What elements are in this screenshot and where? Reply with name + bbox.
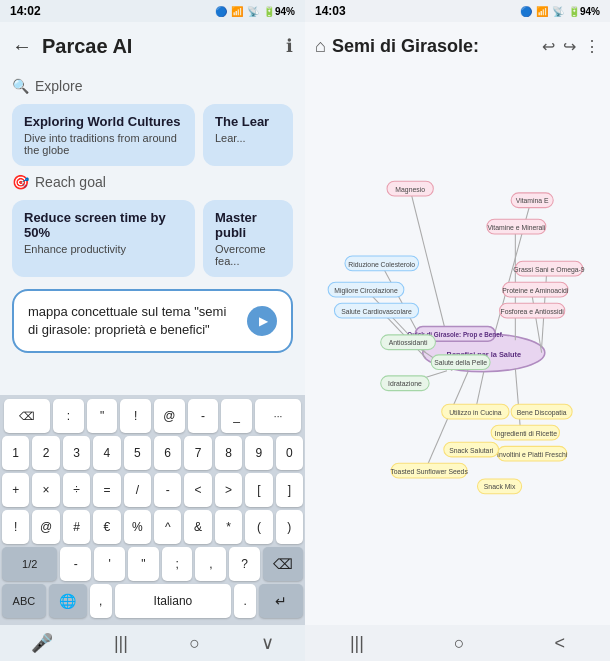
mind-map-svg: Benefici per la Salute — [305, 70, 610, 625]
home-icon-right[interactable]: ⌂ — [315, 36, 326, 57]
key-9[interactable]: 9 — [245, 436, 272, 470]
recent-apps-icon-right[interactable]: ||| — [350, 633, 364, 654]
keyboard-bottom-row: 1/2 - ' " ; , ? ⌫ — [2, 547, 303, 581]
key-comma2[interactable]: , — [195, 547, 226, 581]
key-rparen[interactable]: ) — [276, 510, 303, 544]
back-button[interactable]: ← — [12, 35, 32, 58]
key-caret[interactable]: ^ — [154, 510, 181, 544]
key-5[interactable]: 5 — [124, 436, 151, 470]
key-globe[interactable]: 🌐 — [49, 584, 87, 618]
key-12[interactable]: 1/2 — [2, 547, 57, 581]
key-comma3[interactable]: , — [90, 584, 112, 618]
svg-text:Grassi Sani e Omega-9: Grassi Sani e Omega-9 — [513, 266, 585, 274]
key-plus[interactable]: + — [2, 473, 29, 507]
key-enter[interactable]: ↵ — [259, 584, 303, 618]
mind-map-area[interactable]: Benefici per la Salute — [305, 70, 610, 625]
key-div[interactable]: ÷ — [63, 473, 90, 507]
key-at[interactable]: @ — [154, 399, 185, 433]
explore-card-1-title: Exploring World Cultures — [24, 114, 183, 129]
key-slash[interactable]: / — [124, 473, 151, 507]
status-bar-right: 14:03 🔵 📶 📡 🔋94% — [305, 0, 610, 22]
redo-button[interactable]: ↪ — [563, 37, 576, 56]
toolbar-icons: ↩ ↪ ⋮ — [542, 37, 600, 56]
goal-card-2-title: Master publi — [215, 210, 281, 240]
key-1[interactable]: 1 — [2, 436, 29, 470]
explore-card-1[interactable]: Exploring World Cultures Dive into tradi… — [12, 104, 195, 166]
key-backspace-sym[interactable]: ⌫ — [4, 399, 50, 433]
svg-text:Idratazione: Idratazione — [388, 380, 422, 387]
svg-text:Riduzione Colesterolo: Riduzione Colesterolo — [348, 261, 415, 268]
key-apos[interactable]: ' — [94, 547, 125, 581]
key-2[interactable]: 2 — [32, 436, 59, 470]
key-dquote[interactable]: " — [128, 547, 159, 581]
key-lbracket[interactable]: [ — [245, 473, 272, 507]
time-left: 14:02 — [10, 4, 41, 18]
home-icon-nav-right[interactable]: ○ — [454, 633, 465, 654]
key-8[interactable]: 8 — [215, 436, 242, 470]
key-7[interactable]: 7 — [184, 436, 211, 470]
chat-input-text[interactable]: mappa concettuale sul tema "semi di gira… — [28, 303, 239, 339]
svg-text:Snack Mix: Snack Mix — [484, 483, 516, 490]
status-icons-right: 🔵 📶 📡 🔋94% — [520, 6, 600, 17]
svg-text:Involtini e Piatti Freschi: Involtini e Piatti Freschi — [497, 451, 568, 458]
svg-text:Fosforea e Antiossidi: Fosforea e Antiossidi — [500, 308, 564, 315]
key-rbracket[interactable]: ] — [276, 473, 303, 507]
explore-icon: 🔍 — [12, 78, 29, 94]
key-colon[interactable]: : — [53, 399, 84, 433]
back-icon-right[interactable]: < — [555, 633, 566, 654]
right-panel: 14:03 🔵 📶 📡 🔋94% ⌂ Semi di Girasole: ↩ ↪… — [305, 0, 610, 661]
key-dash[interactable]: - — [60, 547, 91, 581]
key-star[interactable]: * — [215, 510, 242, 544]
key-period[interactable]: . — [234, 584, 256, 618]
info-button[interactable]: ℹ — [286, 35, 293, 57]
back-nav-icon[interactable]: ∨ — [261, 632, 274, 654]
key-0[interactable]: 0 — [276, 436, 303, 470]
key-minus2[interactable]: - — [154, 473, 181, 507]
key-space[interactable]: Italiano — [115, 584, 232, 618]
key-euro[interactable]: € — [93, 510, 120, 544]
chat-input-area[interactable]: mappa concettuale sul tema "semi di gira… — [12, 289, 293, 353]
bluetooth-icon-right: 🔵 — [520, 6, 532, 17]
key-4[interactable]: 4 — [93, 436, 120, 470]
key-times[interactable]: × — [32, 473, 59, 507]
home-icon-left[interactable]: ○ — [189, 633, 200, 654]
svg-text:Salute della Pelle: Salute della Pelle — [434, 359, 487, 366]
undo-button[interactable]: ↩ — [542, 37, 555, 56]
key-more[interactable]: ··· — [255, 399, 301, 433]
key-hash[interactable]: # — [63, 510, 90, 544]
goal-card-2[interactable]: Master publi Overcome fea... — [203, 200, 293, 277]
key-lparen[interactable]: ( — [245, 510, 272, 544]
keyboard: ⌫ : " ! @ - _ ··· 1 2 3 4 5 6 7 8 9 0 + … — [0, 395, 305, 625]
top-bar-left: ← Parcae AI ℹ — [0, 22, 305, 70]
key-3[interactable]: 3 — [63, 436, 90, 470]
recent-apps-icon[interactable]: ||| — [114, 633, 128, 654]
more-button[interactable]: ⋮ — [584, 37, 600, 56]
key-6[interactable]: 6 — [154, 436, 181, 470]
key-pct[interactable]: % — [124, 510, 151, 544]
key-exclaim2[interactable]: ! — [2, 510, 29, 544]
explore-card-2-subtitle: Lear... — [215, 132, 281, 144]
key-at2[interactable]: @ — [32, 510, 59, 544]
mic-icon[interactable]: 🎤 — [31, 632, 53, 654]
signal-icon-right: 📡 — [552, 6, 564, 17]
key-abc[interactable]: ABC — [2, 584, 46, 618]
explore-card-2[interactable]: The Lear Lear... — [203, 104, 293, 166]
svg-text:Proteine e Aminoacidi: Proteine e Aminoacidi — [502, 287, 569, 294]
key-question[interactable]: ? — [229, 547, 260, 581]
key-gt[interactable]: > — [215, 473, 242, 507]
key-semi[interactable]: ; — [162, 547, 193, 581]
key-quote[interactable]: " — [87, 399, 118, 433]
key-underscore[interactable]: _ — [221, 399, 252, 433]
explore-section-label: 🔍 Explore — [12, 78, 293, 94]
key-minus[interactable]: - — [188, 399, 219, 433]
key-amp[interactable]: & — [184, 510, 211, 544]
key-eq[interactable]: = — [93, 473, 120, 507]
explore-cards-row: Exploring World Cultures Dive into tradi… — [12, 104, 293, 166]
goal-card-1[interactable]: Reduce screen time by 50% Enhance produc… — [12, 200, 195, 277]
nav-bar-right: ||| ○ < — [305, 625, 610, 661]
content-area: 🔍 Explore Exploring World Cultures Dive … — [0, 70, 305, 395]
key-lt[interactable]: < — [184, 473, 211, 507]
key-del[interactable]: ⌫ — [263, 547, 303, 581]
send-button[interactable] — [247, 306, 277, 336]
key-exclaim[interactable]: ! — [120, 399, 151, 433]
